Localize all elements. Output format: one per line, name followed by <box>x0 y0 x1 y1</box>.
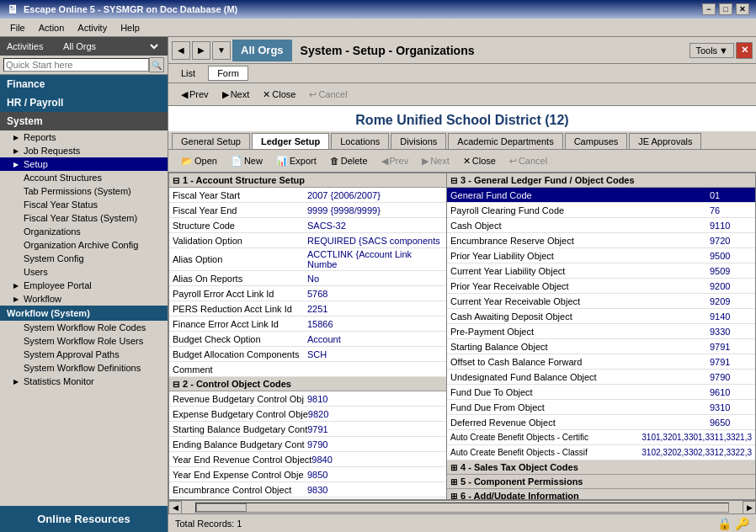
system-section[interactable]: System <box>0 112 168 130</box>
menu-action[interactable]: Action <box>32 19 72 37</box>
tab-general-setup[interactable]: General Setup <box>172 133 250 149</box>
sidebar-system-config[interactable]: System Config <box>0 252 168 265</box>
sidebar-workflow-system[interactable]: Workflow (System) <box>0 306 168 321</box>
section2-expand-icon[interactable]: ⊟ <box>173 380 179 389</box>
close-form-button[interactable]: ✕ Close <box>257 85 301 104</box>
tools-button[interactable]: Tools ▼ <box>689 43 734 58</box>
field-pers-reduction: PERS Reduction Acct Link Id 2251 <box>169 301 446 317</box>
form-cancel-button[interactable]: ↩ Cancel <box>503 152 553 170</box>
sidebar-workflow[interactable]: ▶Workflow <box>0 292 168 306</box>
minimize-button[interactable]: − <box>702 3 716 15</box>
export-button[interactable]: 📊 Export <box>270 152 322 170</box>
sidebar-employee-portal[interactable]: ▶Employee Portal <box>0 279 168 292</box>
org-dropdown[interactable]: All Orgs <box>60 40 161 52</box>
value-fiscal-year-start: 2007 {2006/2007} <box>307 190 443 200</box>
lock-icon: 🔒 <box>717 517 732 530</box>
form-close-button[interactable]: ✕ Close <box>457 152 502 170</box>
menu-activity[interactable]: Activity <box>71 19 114 37</box>
back-button[interactable]: ◀ <box>172 41 190 60</box>
delete-button[interactable]: 🗑 Delete <box>324 152 374 170</box>
label-comment: Comment <box>173 364 307 375</box>
close-window-button[interactable]: ✕ <box>736 3 749 15</box>
tab-academic-departments[interactable]: Academic Departments <box>448 133 562 149</box>
finance-section[interactable]: Finance <box>0 75 168 93</box>
field-fund-due-from: Fund Due From Object 9310 <box>447 400 755 415</box>
close-toolbar-button[interactable]: ✕ <box>736 42 753 59</box>
scroll-thumb[interactable] <box>196 503 247 512</box>
sidebar-approval-paths[interactable]: System Approval Paths <box>0 348 168 361</box>
label-encumbrance-control: Encumbrance Control Object <box>173 485 307 495</box>
sidebar-reports[interactable]: ▶Reports <box>0 130 168 144</box>
horizontal-scrollbar[interactable]: ◀ ▶ <box>168 500 756 513</box>
next-button[interactable]: ▶ Next <box>216 85 256 104</box>
tab-je-approvals[interactable]: JE Approvals <box>629 133 701 149</box>
tab-divisions[interactable]: Divisions <box>391 133 446 149</box>
tab-campuses[interactable]: Campuses <box>565 133 628 149</box>
form-prev-button[interactable]: ◀ Prev <box>375 152 415 170</box>
tab-ledger-setup[interactable]: Ledger Setup <box>252 133 329 149</box>
form-cancel-label: Cancel <box>519 156 547 166</box>
section1-title: 1 - Account Structure Setup <box>183 175 305 185</box>
forward-button[interactable]: ▶ <box>192 41 210 60</box>
section4-expand-icon[interactable]: ⊞ <box>450 463 457 472</box>
sidebar-org-archive[interactable]: Organization Archive Config <box>0 238 168 252</box>
field-comment: Comment <box>169 362 446 377</box>
sidebar-fiscal-year-status-system[interactable]: Fiscal Year Status (System) <box>0 211 168 225</box>
label-prior-year-receivable: Prior Year Receivable Object <box>450 281 710 291</box>
section6-expand-icon[interactable]: ⊞ <box>450 492 457 500</box>
sidebar-organizations[interactable]: Organizations <box>0 225 168 238</box>
field-general-fund-code[interactable]: General Fund Code 01 <box>447 188 755 203</box>
menu-help[interactable]: Help <box>114 19 146 37</box>
label-expense-budgetary: Expense Budgetary Control Obje <box>173 409 308 419</box>
new-button[interactable]: 📄 New <box>225 152 269 170</box>
dropdown-nav-button[interactable]: ▼ <box>212 41 231 60</box>
section1-expand-icon[interactable]: ⊟ <box>173 176 179 185</box>
section3-expand-icon[interactable]: ⊟ <box>450 176 457 185</box>
title-bar: 🖥 Escape Online 5 - SYSMGR on Doc Databa… <box>0 0 756 19</box>
cancel-button[interactable]: ↩ Cancel <box>303 85 353 104</box>
tab-list[interactable]: List <box>172 66 205 81</box>
prev-label: Prev <box>189 89 209 99</box>
sidebar-statistics[interactable]: ▶Statistics Monitor <box>0 375 168 388</box>
label-fiscal-year-end: Fiscal Year End <box>173 205 307 215</box>
sidebar-tab-permissions[interactable]: Tab Permissions (System) <box>0 184 168 198</box>
tab-locations[interactable]: Locations <box>331 133 389 149</box>
hr-section[interactable]: HR / Payroll <box>0 93 168 112</box>
label-prepayment: Pre-Payment Object <box>450 327 710 337</box>
sidebar-job-requests[interactable]: ▶Job Requests <box>0 144 168 157</box>
sidebar-account-structures[interactable]: Account Structures <box>0 171 168 184</box>
field-starting-balance: Starting Balance Object 9791 <box>447 339 755 354</box>
value-auto-create-certific: 3101,3201,3301,3311,3321,3 <box>642 433 752 442</box>
value-offset-cash-balance: 9791 <box>710 357 752 367</box>
maximize-button[interactable]: □ <box>719 3 732 15</box>
scroll-right-button[interactable]: ▶ <box>743 501 756 514</box>
field-budget-allocation: Budget Allocation Components SCH <box>169 347 446 362</box>
sidebar-workflow-role-codes[interactable]: System Workflow Role Codes <box>0 321 168 334</box>
value-fund-due-to: 9610 <box>710 387 752 397</box>
sidebar-workflow-role-users[interactable]: System Workflow Role Users <box>0 334 168 348</box>
value-payroll-error: 5768 <box>307 289 443 299</box>
form-next-button[interactable]: ▶ Next <box>416 152 455 170</box>
export-icon: 📊 <box>276 156 288 167</box>
scroll-track[interactable] <box>195 503 729 513</box>
sidebar-users[interactable]: Users <box>0 265 168 279</box>
field-structure-code: Structure Code SACS-32 <box>169 218 446 233</box>
prev-button[interactable]: ◀ Prev <box>175 85 215 104</box>
section5-expand-icon[interactable]: ⊞ <box>450 477 457 487</box>
sidebar-header: Activities All Orgs <box>0 37 168 56</box>
close-label: Close <box>272 89 295 99</box>
scroll-left-button[interactable]: ◀ <box>168 501 182 514</box>
label-starting-balance: Starting Balance Object <box>450 342 710 352</box>
export-label: Export <box>290 156 317 166</box>
sidebar-setup[interactable]: ▶Setup <box>0 157 168 171</box>
menu-file[interactable]: File <box>3 19 32 37</box>
online-resources-section[interactable]: Online Resources <box>0 506 168 532</box>
quick-start-input[interactable] <box>3 58 149 72</box>
search-button[interactable]: 🔍 <box>149 57 164 72</box>
open-button[interactable]: 📂 Open <box>175 152 223 170</box>
sidebar-fiscal-year-status[interactable]: Fiscal Year Status <box>0 198 168 211</box>
label-ending-balance-budgetary: Ending Balance Budgetary Cont <box>173 439 307 450</box>
sidebar-workflow-definitions[interactable]: System Workflow Definitions <box>0 361 168 375</box>
tab-form[interactable]: Form <box>208 66 248 81</box>
label-current-year-liability: Current Year Liability Object <box>450 266 710 276</box>
